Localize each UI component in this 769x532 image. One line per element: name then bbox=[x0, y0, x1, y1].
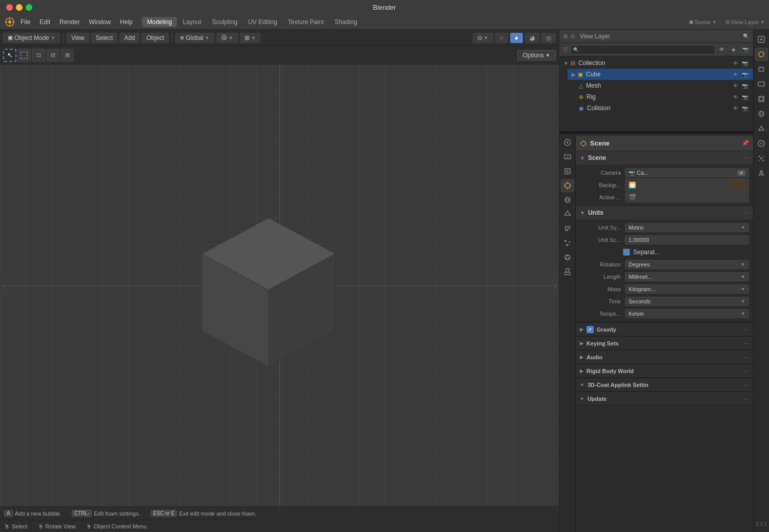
rsidebar-modifier[interactable] bbox=[755, 137, 768, 150]
rig-visibility[interactable]: 👁 bbox=[732, 93, 740, 101]
update-header[interactable]: ▼ Update — bbox=[576, 392, 753, 405]
outliner-filter-funnel[interactable]: ▽ bbox=[561, 46, 570, 53]
object-mode-selector[interactable]: ▣ Object Mode ▼ bbox=[3, 33, 60, 43]
options-button[interactable]: Options ▼ bbox=[517, 50, 556, 60]
select-circle-tool[interactable]: ⊡ bbox=[32, 49, 45, 62]
tab-view-layer[interactable] bbox=[561, 165, 574, 178]
rsidebar-object[interactable] bbox=[755, 122, 768, 135]
add-menu[interactable]: Add bbox=[119, 33, 139, 43]
temperature-value[interactable]: Kelvin ▼ bbox=[625, 309, 749, 318]
length-value[interactable]: Millimet... ▼ bbox=[625, 272, 749, 281]
select-menu[interactable]: Select bbox=[91, 33, 117, 43]
rsidebar-particles[interactable] bbox=[755, 152, 768, 165]
solid-mode[interactable]: ● bbox=[510, 33, 523, 43]
properties-pin[interactable]: 📌 bbox=[742, 140, 749, 147]
transform-global[interactable]: ⊕ Global ▼ bbox=[175, 33, 214, 43]
maximize-button[interactable] bbox=[26, 4, 32, 11]
gravity-checkbox[interactable]: ✓ bbox=[586, 326, 594, 333]
collection-render[interactable]: 📷 bbox=[741, 59, 749, 67]
camera-clear[interactable]: ✕ bbox=[737, 170, 745, 176]
rsidebar-physics[interactable] bbox=[755, 167, 768, 180]
tab-object-data[interactable] bbox=[561, 265, 574, 278]
window-controls[interactable] bbox=[6, 4, 32, 11]
rsidebar-scene[interactable] bbox=[755, 48, 768, 61]
pivot-point[interactable]: ⦿ ▼ bbox=[216, 33, 238, 43]
bottom-rotate[interactable]: 🖱 Rotate View bbox=[38, 523, 76, 529]
tab-modifier[interactable] bbox=[561, 222, 574, 235]
menu-render[interactable]: Render bbox=[55, 17, 84, 27]
bottom-context[interactable]: 🖱 Object Context Menu bbox=[86, 523, 147, 529]
wireframe-mode[interactable]: ○ bbox=[495, 33, 508, 43]
menu-file[interactable]: File bbox=[16, 17, 34, 27]
object-menu[interactable]: Object bbox=[141, 33, 169, 43]
tab-object[interactable] bbox=[561, 208, 574, 221]
rsidebar-world[interactable] bbox=[755, 107, 768, 120]
tab-world[interactable] bbox=[561, 193, 574, 207]
cube-visibility[interactable]: 👁 bbox=[732, 70, 740, 78]
select-lasso-tool[interactable]: ⊟ bbox=[46, 49, 59, 62]
collection-visibility[interactable]: 👁 bbox=[732, 59, 740, 67]
unit-system-value[interactable]: Metric ▼ bbox=[625, 223, 749, 232]
tab-render[interactable] bbox=[561, 136, 574, 149]
workspace-modeling[interactable]: Modeling bbox=[142, 17, 177, 27]
rig-render[interactable]: 📷 bbox=[741, 93, 749, 101]
tab-output[interactable] bbox=[561, 150, 574, 163]
toggle-render[interactable]: 📷 bbox=[740, 45, 751, 55]
outliner-row-cube[interactable]: ▶ ▣ Cube 👁 📷 bbox=[568, 69, 753, 80]
collision-visibility[interactable]: 👁 bbox=[732, 104, 740, 112]
select-box-tool[interactable] bbox=[17, 49, 31, 62]
viewport-overlays[interactable]: ⊙ ▼ bbox=[473, 33, 493, 43]
toggle-left-panel[interactable]: ‹ bbox=[0, 275, 7, 296]
rendered-mode[interactable]: ◎ bbox=[541, 33, 556, 43]
workspace-uv-editing[interactable]: UV Editing bbox=[243, 17, 282, 27]
close-button[interactable] bbox=[6, 4, 13, 11]
outliner-row-rig[interactable]: ⊕ Rig 👁 📷 bbox=[568, 91, 753, 103]
bottom-select[interactable]: 🖱 Select bbox=[4, 523, 28, 529]
view-layer-label[interactable]: View Layer bbox=[731, 19, 759, 25]
scene-section-header[interactable]: ▼ Scene — bbox=[576, 151, 753, 165]
separate-checkbox[interactable] bbox=[623, 249, 630, 256]
rsidebar-output[interactable] bbox=[755, 77, 768, 91]
background-value[interactable]: 🌅 bbox=[625, 178, 749, 192]
menu-edit[interactable]: Edit bbox=[35, 17, 54, 27]
scene-selector-label[interactable]: Scene bbox=[695, 19, 711, 25]
cube-render[interactable]: 📷 bbox=[741, 70, 749, 78]
workspace-layout[interactable]: Layout bbox=[177, 17, 206, 27]
select-tool[interactable]: ↖ bbox=[3, 49, 16, 62]
outliner-filter-icon[interactable]: 🔍 bbox=[743, 33, 749, 39]
select-extra[interactable]: ⊞ bbox=[60, 49, 74, 62]
tab-particles[interactable] bbox=[561, 236, 574, 250]
workspace-sculpting[interactable]: Sculpting bbox=[207, 17, 242, 27]
mesh-visibility[interactable]: 👁 bbox=[732, 81, 740, 90]
outliner-row-mesh[interactable]: △ Mesh 👁 📷 bbox=[568, 80, 753, 91]
rigid-body-header[interactable]: ▶ Rigid Body World — bbox=[576, 364, 753, 377]
workspace-texture-paint[interactable]: Texture Paint bbox=[283, 17, 329, 27]
outliner-row-collection[interactable]: ▼ ⊟ Collection 👁 📷 bbox=[559, 57, 753, 69]
coat3d-header[interactable]: ▼ 3D-Coat Applink Settin — bbox=[576, 378, 753, 391]
menu-window[interactable]: Window bbox=[85, 17, 115, 27]
rsidebar-mode[interactable] bbox=[755, 33, 768, 46]
toggle-visibility[interactable]: 👁 bbox=[716, 45, 727, 55]
background-swatch[interactable] bbox=[729, 180, 745, 190]
toggle-right-panel[interactable]: › bbox=[552, 275, 559, 296]
material-preview[interactable]: ◕ bbox=[525, 33, 539, 43]
time-value[interactable]: Seconds ▼ bbox=[625, 297, 749, 306]
view-menu[interactable]: View bbox=[67, 33, 89, 43]
blender-logo[interactable] bbox=[4, 16, 15, 28]
snapping[interactable]: ⊞ ▼ bbox=[240, 33, 260, 43]
menu-help[interactable]: Help bbox=[116, 17, 137, 27]
outliner-row-collision[interactable]: ◉ Collision 👁 📷 bbox=[568, 103, 753, 114]
mass-value[interactable]: Kilogram... ▼ bbox=[625, 284, 749, 294]
active-value[interactable]: 🎬 bbox=[625, 192, 749, 202]
units-section-header[interactable]: ▼ Units — bbox=[576, 206, 753, 219]
camera-value[interactable]: 📷 Ca... ✕ bbox=[625, 168, 749, 177]
unit-scale-value[interactable]: 1.00000 bbox=[625, 235, 749, 244]
rotation-value[interactable]: Degrees ▼ bbox=[625, 260, 749, 269]
viewport-3d[interactable]: ‹ › bbox=[0, 65, 559, 506]
rsidebar-view-layer[interactable] bbox=[755, 92, 768, 106]
toggle-select[interactable]: ◈ bbox=[728, 45, 739, 55]
gravity-header[interactable]: ▶ ✓ Gravity — bbox=[576, 322, 753, 336]
collision-render[interactable]: 📷 bbox=[741, 104, 749, 112]
minimize-button[interactable] bbox=[16, 4, 23, 11]
keying-sets-header[interactable]: ▶ Keying Sets — bbox=[576, 336, 753, 350]
